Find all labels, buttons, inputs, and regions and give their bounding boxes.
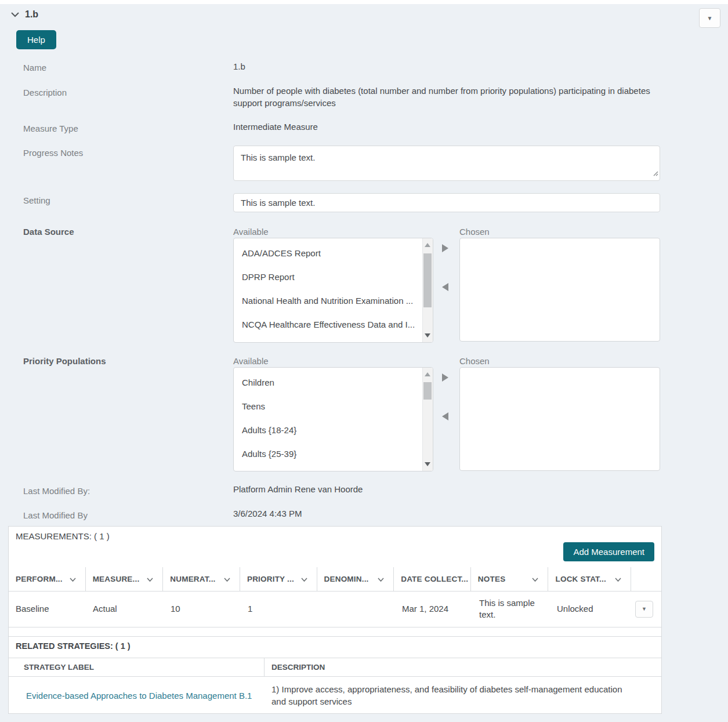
chevron-down-icon[interactable] [532,575,538,583]
cell-strategy-description: 1) Improve access, appropriateness, and … [265,683,661,708]
caret-down-icon: ▼ [642,606,647,612]
data-source-available-label: Available [233,227,269,237]
column-header-description: DESCRIPTION [265,663,661,672]
cell-performance: Baseline [9,603,86,615]
scroll-down-icon[interactable] [425,333,430,338]
measurement-row: Baseline Actual 10 1 Mar 1, 2024 This is… [9,591,661,627]
name-value: 1.b [233,60,245,72]
progress-notes-textarea[interactable]: This is sample text. [233,146,660,181]
description-value: Number of people with diabetes (total nu… [233,85,662,109]
column-header-date-collected[interactable]: DATE COLLECT... [394,567,471,591]
cell-strategy-label: Evidence-based Approaches to Diabetes Ma… [9,691,265,701]
cell-lock-status: Unlocked [550,603,633,615]
chevron-down-icon[interactable] [301,575,307,583]
related-strategies-table-header: STRATEGY LABEL DESCRIPTION [9,658,661,677]
related-strategies-title: RELATED STRATEGIES: ( 1 ) [16,641,131,651]
last-modified-date-label: Last Modified By [23,510,88,520]
chevron-down-icon[interactable] [378,575,384,583]
top-strip [0,0,728,4]
name-label: Name [23,63,46,72]
cell-actions: ▼ [633,601,661,618]
measurements-table-header: PERFORM... MEASURE... NUMERAT... PRIORIT… [9,567,661,592]
page-title: 1.b [25,9,38,20]
section-divider [9,636,661,637]
cell-notes: This is sample text. [472,597,550,621]
column-header-measure[interactable]: MEASURE... [86,567,164,591]
chevron-down-icon[interactable] [615,575,621,583]
last-modified-by-label: Last Modified By: [23,486,90,496]
priority-populations-available-list[interactable]: Children Teens Adults {18-24} Adults {25… [233,367,433,471]
row-menu-button[interactable]: ▼ [635,601,653,618]
data-source-chosen-list[interactable] [459,238,660,342]
measure-detail-page: 1.b ▼ Help Name 1.b Description Number o… [0,0,728,722]
data-source-available-list[interactable]: ADA/ADCES Report DPRP Report National He… [233,238,433,343]
move-right-icon[interactable] [442,373,448,382]
scrollbar-thumb[interactable] [423,253,432,307]
priority-populations-chosen-list[interactable] [459,367,660,471]
priority-populations-available-items: Children Teens Adults {18-24} Adults {25… [234,368,423,471]
scrollbar[interactable] [422,368,433,471]
data-source-chosen-label: Chosen [459,227,490,237]
cell-measure: Actual [86,603,164,615]
chevron-down-icon[interactable] [147,575,153,583]
scrollbar-thumb[interactable] [423,382,432,400]
move-left-icon[interactable] [442,412,448,420]
section-header: 1.b [10,9,38,20]
move-right-icon[interactable] [442,244,448,252]
setting-label: Setting [23,195,50,205]
measure-type-label: Measure Type [23,124,78,133]
strategy-link[interactable]: Evidence-based Approaches to Diabetes Ma… [26,691,252,701]
scroll-up-icon[interactable] [425,243,430,247]
caret-down-icon: ▼ [707,15,713,21]
column-header-denominator[interactable]: DENOMIN... [317,567,394,591]
collapse-chevron-icon[interactable] [10,12,20,17]
list-item[interactable]: Adults {18-24} [234,418,423,442]
list-item[interactable]: National Health and Nutrition Examinatio… [234,289,423,313]
column-header-priority[interactable]: PRIORITY ... [240,567,317,591]
header-menu-button[interactable]: ▼ [699,8,720,28]
list-item[interactable]: NCQA Healthcare Effectiveness Data and I… [234,313,423,336]
progress-notes-label: Progress Notes [23,148,83,158]
description-label: Description [23,88,67,97]
last-modified-date-value: 3/6/2024 4:43 PM [233,507,302,520]
priority-populations-available-label: Available [233,356,269,366]
scroll-down-icon[interactable] [425,462,430,466]
list-item[interactable]: Teens [234,394,423,418]
progress-notes-text: This is sample text. [241,153,315,162]
chevron-down-icon[interactable] [70,575,76,583]
column-header-notes[interactable]: NOTES [471,567,549,591]
list-item[interactable]: Children [234,371,423,394]
help-button[interactable]: Help [16,30,56,49]
last-modified-by-value: Platform Admin Rene van Hoorde [233,483,363,495]
list-item[interactable]: Adults {25-39} [234,442,423,466]
scroll-up-icon[interactable] [425,372,430,376]
chevron-down-icon[interactable] [224,575,230,583]
measurements-panel: MEASUREMENTS: ( 1 ) Add Measurement PERF… [8,526,662,714]
measurements-title: MEASUREMENTS: ( 1 ) [16,531,110,541]
list-item[interactable]: ADA/ADCES Report [234,241,423,265]
add-measurement-button[interactable]: Add Measurement [563,542,654,561]
scrollbar[interactable] [422,238,433,342]
priority-populations-chosen-label: Chosen [459,356,490,366]
column-header-strategy-label: STRATEGY LABEL [9,658,265,677]
column-header-performance[interactable]: PERFORM... [9,567,86,591]
measure-type-value: Intermediate Measure [233,121,318,133]
cell-priority: 1 [241,603,318,615]
data-source-available-items: ADA/ADCES Report DPRP Report National He… [234,238,423,342]
cell-date-collected: Mar 1, 2024 [395,603,472,615]
resize-handle-icon[interactable] [651,168,658,179]
move-left-icon[interactable] [442,283,448,291]
data-source-label: Data Source [23,227,74,237]
cell-numerator: 10 [164,603,241,615]
column-header-numerator[interactable]: NUMERAT... [163,567,240,591]
setting-input[interactable] [233,193,660,212]
related-strategy-row: Evidence-based Approaches to Diabetes Ma… [9,677,661,714]
column-header-lock-status[interactable]: LOCK STAT... [548,567,631,591]
list-item[interactable]: DPRP Report [234,265,423,289]
priority-populations-label: Priority Populations [23,356,106,366]
